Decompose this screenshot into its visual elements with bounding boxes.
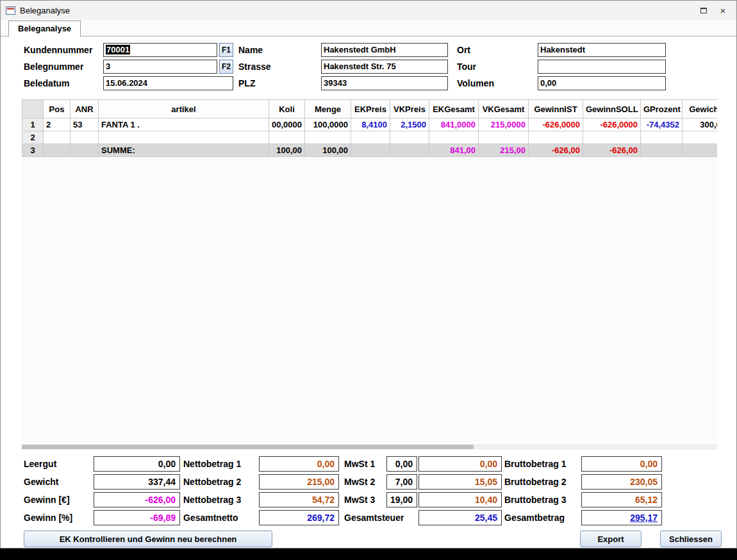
cell-koli[interactable]: 100,00 — [269, 144, 305, 157]
cell-gewinnist[interactable]: -626,0000 — [529, 119, 583, 131]
cell-gewicht[interactable]: 300,00 — [683, 119, 718, 131]
cell-gewinnist[interactable]: -626,00 — [529, 144, 583, 157]
cell-gewinnsoll[interactable]: -626,0000 — [583, 119, 641, 131]
col-header-gprozent[interactable]: GProzent — [641, 100, 683, 119]
strasse-label: Strasse — [238, 60, 271, 74]
nettobetrag3-value[interactable]: 54,72 — [259, 492, 339, 507]
row-selector[interactable]: 1 — [22, 119, 44, 131]
row-selector[interactable]: 2 — [22, 131, 44, 144]
cell-artikel[interactable] — [99, 131, 269, 144]
belegnummer-input[interactable]: 3 — [103, 60, 217, 74]
volumen-input[interactable]: 0,00 — [538, 76, 666, 90]
col-header-gewinnist[interactable]: GewinnIST — [529, 100, 583, 119]
col-header-ekpreis[interactable]: EKPreis — [351, 100, 390, 119]
col-header-gewinnsoll[interactable]: GewinnSOLL — [583, 100, 641, 119]
cell-anr[interactable] — [70, 144, 99, 157]
mwst2-tax[interactable]: 15,05 — [418, 474, 502, 490]
cell-artikel[interactable]: FANTA 1 . — [99, 119, 269, 131]
gesamtsteuer-value[interactable]: 25,45 — [418, 510, 502, 525]
col-header-ekgesamt[interactable]: EKGesamt — [429, 100, 479, 119]
gesamtbetrag-value[interactable]: 295,17 — [581, 510, 662, 525]
col-header-menge[interactable]: Menge — [305, 100, 351, 119]
beleganalyse-window: Beleganalyse × Beleganalyse Kundennummer… — [0, 0, 737, 548]
scrollbar-thumb[interactable] — [22, 445, 474, 449]
cell-vkgesamt[interactable] — [479, 131, 529, 144]
cell-pos[interactable] — [44, 131, 70, 144]
mwst3-rate[interactable]: 19,00 — [386, 492, 417, 507]
cell-gewinnsoll[interactable]: -626,00 — [583, 144, 641, 157]
selected-text: 70001 — [106, 45, 130, 54]
close-button[interactable]: × — [713, 3, 733, 17]
cell-artikel[interactable]: SUMME: — [99, 144, 269, 157]
cell-koli[interactable]: 00,0000 — [269, 119, 305, 131]
cell-gewinnsoll[interactable] — [583, 131, 641, 144]
tour-input[interactable] — [538, 60, 666, 74]
col-header-gewicht[interactable]: Gewicht — [683, 100, 718, 119]
cell-pos[interactable] — [44, 144, 70, 157]
gewinn-eur-value[interactable]: -626,00 — [94, 492, 180, 507]
plz-input[interactable]: 39343 — [321, 76, 448, 90]
nettobetrag2-value[interactable]: 215,00 — [259, 474, 339, 490]
table-row: 1 2 53 FANTA 1 . 00,0000 100,0000 8,4100… — [22, 119, 718, 131]
cell-gewicht[interactable] — [683, 131, 718, 144]
ort-input[interactable]: Hakenstedt — [538, 43, 666, 57]
horizontal-scrollbar[interactable] — [22, 444, 717, 450]
cell-anr[interactable]: 53 — [70, 119, 99, 131]
name-input[interactable]: Hakenstedt GmbH — [321, 43, 448, 57]
cell-ekgesamt[interactable] — [429, 131, 479, 144]
col-header-vkpreis[interactable]: VKPreis — [390, 100, 429, 119]
bruttobetrag3-value[interactable]: 65,12 — [581, 492, 662, 507]
cell-vkgesamt[interactable]: 215,0000 — [479, 119, 529, 131]
mwst1-tax[interactable]: 0,00 — [418, 456, 502, 472]
schliessen-button[interactable]: Schliessen — [660, 531, 722, 547]
strasse-input[interactable]: Hakenstedt Str. 75 — [321, 60, 448, 74]
restore-button[interactable] — [694, 3, 713, 17]
leergut-value[interactable]: 0,00 — [94, 456, 180, 472]
cell-gprozent[interactable] — [641, 144, 683, 157]
cell-menge[interactable]: 100,0000 — [305, 119, 351, 131]
gesamtnetto-value[interactable]: 269,72 — [259, 510, 339, 525]
gewinn-pct-value[interactable]: -69,89 — [94, 510, 180, 525]
belegnummer-label: Belegnummer — [24, 60, 83, 74]
cell-menge[interactable] — [305, 131, 351, 144]
beledatum-input[interactable]: 15.06.2024 — [103, 76, 233, 90]
cell-ekpreis[interactable] — [351, 131, 390, 144]
col-header-artikel[interactable]: artikel — [99, 100, 269, 119]
recalc-button[interactable]: EK Kontrollieren und Gewinn neu berechne… — [24, 531, 272, 547]
mwst1-rate[interactable]: 0,00 — [386, 456, 417, 472]
cell-gewinnist[interactable] — [529, 131, 583, 144]
cell-ekpreis[interactable] — [351, 144, 390, 157]
select-all-corner[interactable] — [22, 100, 44, 119]
cell-pos[interactable]: 2 — [44, 119, 70, 131]
kundennummer-input[interactable]: 70001 — [103, 43, 217, 57]
f2-button[interactable]: F2 — [219, 60, 233, 74]
cell-gprozent[interactable]: -74,4352 — [641, 119, 683, 131]
mwst2-rate[interactable]: 7,00 — [386, 474, 417, 490]
cell-gewicht[interactable] — [683, 144, 718, 157]
nettobetrag1-value[interactable]: 0,00 — [259, 456, 339, 472]
cell-ekgesamt[interactable]: 841,00 — [429, 144, 479, 157]
col-header-anr[interactable]: ANR — [70, 100, 99, 119]
export-button[interactable]: Export — [580, 531, 642, 547]
mwst3-tax[interactable]: 10,40 — [418, 492, 502, 507]
cell-ekpreis[interactable]: 8,4100 — [351, 119, 390, 131]
cell-vkgesamt[interactable]: 215,00 — [479, 144, 529, 157]
col-header-koli[interactable]: Koli — [269, 100, 305, 119]
cell-gprozent[interactable] — [641, 131, 683, 144]
gewicht-value[interactable]: 337,44 — [94, 474, 180, 490]
cell-vkpreis[interactable] — [390, 144, 429, 157]
cell-anr[interactable] — [70, 131, 99, 144]
col-header-pos[interactable]: Pos — [44, 100, 70, 119]
bruttobetrag2-value[interactable]: 230,05 — [581, 474, 662, 490]
cell-vkpreis[interactable] — [390, 131, 429, 144]
cell-menge[interactable]: 100,00 — [305, 144, 351, 157]
tab-beleganalyse[interactable]: Beleganalyse — [8, 21, 81, 37]
col-header-vkgesamt[interactable]: VKGesamt — [479, 100, 529, 119]
bruttobetrag1-value[interactable]: 0,00 — [581, 456, 662, 472]
f1-button[interactable]: F1 — [219, 43, 233, 57]
row-selector[interactable]: 3 — [22, 144, 44, 157]
cell-vkpreis[interactable]: 2,1500 — [390, 119, 429, 131]
cell-ekgesamt[interactable]: 841,0000 — [429, 119, 479, 131]
articles-table: Pos ANR artikel Koli Menge EKPreis VKPre… — [22, 99, 717, 157]
cell-koli[interactable] — [269, 131, 305, 144]
